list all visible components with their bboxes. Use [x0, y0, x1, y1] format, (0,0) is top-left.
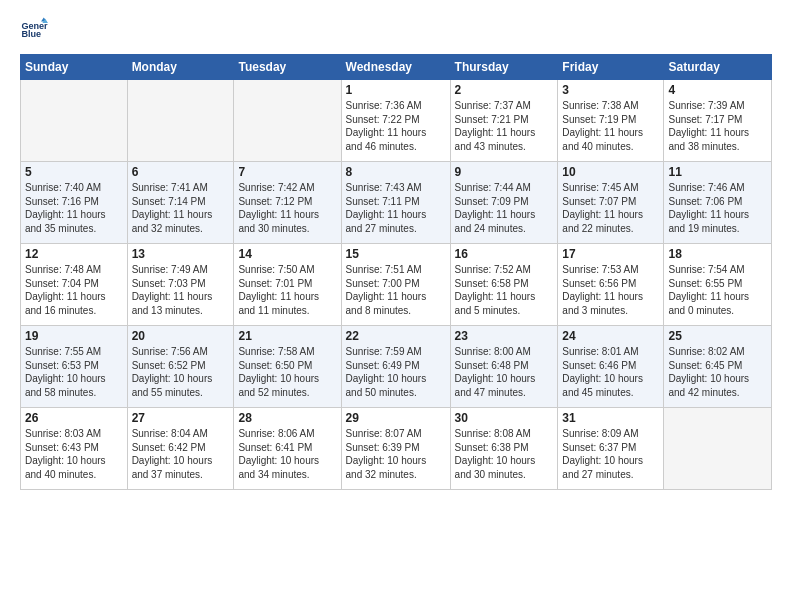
day-info: Sunrise: 7:43 AM Sunset: 7:11 PM Dayligh…	[346, 181, 446, 235]
day-info: Sunrise: 7:58 AM Sunset: 6:50 PM Dayligh…	[238, 345, 336, 399]
calendar-cell: 1Sunrise: 7:36 AM Sunset: 7:22 PM Daylig…	[341, 80, 450, 162]
day-number: 1	[346, 83, 446, 97]
day-info: Sunrise: 7:44 AM Sunset: 7:09 PM Dayligh…	[455, 181, 554, 235]
day-info: Sunrise: 7:45 AM Sunset: 7:07 PM Dayligh…	[562, 181, 659, 235]
day-number: 20	[132, 329, 230, 343]
day-info: Sunrise: 7:56 AM Sunset: 6:52 PM Dayligh…	[132, 345, 230, 399]
day-info: Sunrise: 8:06 AM Sunset: 6:41 PM Dayligh…	[238, 427, 336, 481]
day-number: 23	[455, 329, 554, 343]
calendar-cell: 11Sunrise: 7:46 AM Sunset: 7:06 PM Dayli…	[664, 162, 772, 244]
day-info: Sunrise: 8:00 AM Sunset: 6:48 PM Dayligh…	[455, 345, 554, 399]
day-info: Sunrise: 7:41 AM Sunset: 7:14 PM Dayligh…	[132, 181, 230, 235]
calendar-cell: 13Sunrise: 7:49 AM Sunset: 7:03 PM Dayli…	[127, 244, 234, 326]
day-info: Sunrise: 8:04 AM Sunset: 6:42 PM Dayligh…	[132, 427, 230, 481]
day-number: 29	[346, 411, 446, 425]
day-info: Sunrise: 8:01 AM Sunset: 6:46 PM Dayligh…	[562, 345, 659, 399]
day-info: Sunrise: 7:42 AM Sunset: 7:12 PM Dayligh…	[238, 181, 336, 235]
calendar-cell: 8Sunrise: 7:43 AM Sunset: 7:11 PM Daylig…	[341, 162, 450, 244]
day-number: 25	[668, 329, 767, 343]
calendar-cell: 21Sunrise: 7:58 AM Sunset: 6:50 PM Dayli…	[234, 326, 341, 408]
day-info: Sunrise: 7:49 AM Sunset: 7:03 PM Dayligh…	[132, 263, 230, 317]
day-info: Sunrise: 8:07 AM Sunset: 6:39 PM Dayligh…	[346, 427, 446, 481]
day-info: Sunrise: 8:09 AM Sunset: 6:37 PM Dayligh…	[562, 427, 659, 481]
day-info: Sunrise: 7:48 AM Sunset: 7:04 PM Dayligh…	[25, 263, 123, 317]
day-info: Sunrise: 7:39 AM Sunset: 7:17 PM Dayligh…	[668, 99, 767, 153]
day-info: Sunrise: 7:38 AM Sunset: 7:19 PM Dayligh…	[562, 99, 659, 153]
day-info: Sunrise: 7:53 AM Sunset: 6:56 PM Dayligh…	[562, 263, 659, 317]
week-row-2: 12Sunrise: 7:48 AM Sunset: 7:04 PM Dayli…	[21, 244, 772, 326]
calendar-cell: 12Sunrise: 7:48 AM Sunset: 7:04 PM Dayli…	[21, 244, 128, 326]
day-number: 10	[562, 165, 659, 179]
day-number: 3	[562, 83, 659, 97]
day-number: 24	[562, 329, 659, 343]
calendar-cell: 20Sunrise: 7:56 AM Sunset: 6:52 PM Dayli…	[127, 326, 234, 408]
calendar-cell: 6Sunrise: 7:41 AM Sunset: 7:14 PM Daylig…	[127, 162, 234, 244]
day-number: 26	[25, 411, 123, 425]
day-number: 5	[25, 165, 123, 179]
day-number: 4	[668, 83, 767, 97]
calendar-cell: 26Sunrise: 8:03 AM Sunset: 6:43 PM Dayli…	[21, 408, 128, 490]
day-number: 19	[25, 329, 123, 343]
page: General Blue SundayMondayTuesdayWednesda…	[0, 0, 792, 612]
day-number: 13	[132, 247, 230, 261]
day-number: 7	[238, 165, 336, 179]
calendar-cell: 31Sunrise: 8:09 AM Sunset: 6:37 PM Dayli…	[558, 408, 664, 490]
day-number: 6	[132, 165, 230, 179]
calendar-cell: 15Sunrise: 7:51 AM Sunset: 7:00 PM Dayli…	[341, 244, 450, 326]
weekday-header-sunday: Sunday	[21, 55, 128, 80]
day-info: Sunrise: 7:51 AM Sunset: 7:00 PM Dayligh…	[346, 263, 446, 317]
calendar-cell: 22Sunrise: 7:59 AM Sunset: 6:49 PM Dayli…	[341, 326, 450, 408]
day-number: 22	[346, 329, 446, 343]
day-info: Sunrise: 8:02 AM Sunset: 6:45 PM Dayligh…	[668, 345, 767, 399]
day-number: 17	[562, 247, 659, 261]
day-info: Sunrise: 7:55 AM Sunset: 6:53 PM Dayligh…	[25, 345, 123, 399]
week-row-3: 19Sunrise: 7:55 AM Sunset: 6:53 PM Dayli…	[21, 326, 772, 408]
calendar: SundayMondayTuesdayWednesdayThursdayFrid…	[20, 54, 772, 490]
day-number: 2	[455, 83, 554, 97]
day-number: 11	[668, 165, 767, 179]
weekday-header-saturday: Saturday	[664, 55, 772, 80]
day-info: Sunrise: 8:03 AM Sunset: 6:43 PM Dayligh…	[25, 427, 123, 481]
logo: General Blue	[20, 16, 48, 44]
day-number: 18	[668, 247, 767, 261]
day-info: Sunrise: 7:59 AM Sunset: 6:49 PM Dayligh…	[346, 345, 446, 399]
day-number: 8	[346, 165, 446, 179]
svg-text:Blue: Blue	[21, 29, 41, 39]
day-info: Sunrise: 8:08 AM Sunset: 6:38 PM Dayligh…	[455, 427, 554, 481]
day-info: Sunrise: 7:37 AM Sunset: 7:21 PM Dayligh…	[455, 99, 554, 153]
day-info: Sunrise: 7:36 AM Sunset: 7:22 PM Dayligh…	[346, 99, 446, 153]
day-info: Sunrise: 7:46 AM Sunset: 7:06 PM Dayligh…	[668, 181, 767, 235]
header: General Blue	[20, 16, 772, 44]
calendar-cell	[664, 408, 772, 490]
calendar-cell: 29Sunrise: 8:07 AM Sunset: 6:39 PM Dayli…	[341, 408, 450, 490]
day-info: Sunrise: 7:54 AM Sunset: 6:55 PM Dayligh…	[668, 263, 767, 317]
week-row-1: 5Sunrise: 7:40 AM Sunset: 7:16 PM Daylig…	[21, 162, 772, 244]
calendar-cell: 10Sunrise: 7:45 AM Sunset: 7:07 PM Dayli…	[558, 162, 664, 244]
weekday-header-thursday: Thursday	[450, 55, 558, 80]
calendar-cell: 30Sunrise: 8:08 AM Sunset: 6:38 PM Dayli…	[450, 408, 558, 490]
calendar-cell: 3Sunrise: 7:38 AM Sunset: 7:19 PM Daylig…	[558, 80, 664, 162]
day-number: 9	[455, 165, 554, 179]
calendar-cell: 25Sunrise: 8:02 AM Sunset: 6:45 PM Dayli…	[664, 326, 772, 408]
calendar-cell: 17Sunrise: 7:53 AM Sunset: 6:56 PM Dayli…	[558, 244, 664, 326]
day-info: Sunrise: 7:52 AM Sunset: 6:58 PM Dayligh…	[455, 263, 554, 317]
weekday-header-tuesday: Tuesday	[234, 55, 341, 80]
week-row-4: 26Sunrise: 8:03 AM Sunset: 6:43 PM Dayli…	[21, 408, 772, 490]
calendar-cell: 23Sunrise: 8:00 AM Sunset: 6:48 PM Dayli…	[450, 326, 558, 408]
calendar-cell: 19Sunrise: 7:55 AM Sunset: 6:53 PM Dayli…	[21, 326, 128, 408]
calendar-cell	[21, 80, 128, 162]
day-number: 31	[562, 411, 659, 425]
calendar-cell: 5Sunrise: 7:40 AM Sunset: 7:16 PM Daylig…	[21, 162, 128, 244]
day-number: 12	[25, 247, 123, 261]
day-number: 14	[238, 247, 336, 261]
calendar-cell: 4Sunrise: 7:39 AM Sunset: 7:17 PM Daylig…	[664, 80, 772, 162]
calendar-cell: 9Sunrise: 7:44 AM Sunset: 7:09 PM Daylig…	[450, 162, 558, 244]
day-info: Sunrise: 7:40 AM Sunset: 7:16 PM Dayligh…	[25, 181, 123, 235]
weekday-header-row: SundayMondayTuesdayWednesdayThursdayFrid…	[21, 55, 772, 80]
calendar-cell	[127, 80, 234, 162]
day-number: 15	[346, 247, 446, 261]
calendar-cell: 18Sunrise: 7:54 AM Sunset: 6:55 PM Dayli…	[664, 244, 772, 326]
day-info: Sunrise: 7:50 AM Sunset: 7:01 PM Dayligh…	[238, 263, 336, 317]
calendar-cell: 28Sunrise: 8:06 AM Sunset: 6:41 PM Dayli…	[234, 408, 341, 490]
day-number: 27	[132, 411, 230, 425]
